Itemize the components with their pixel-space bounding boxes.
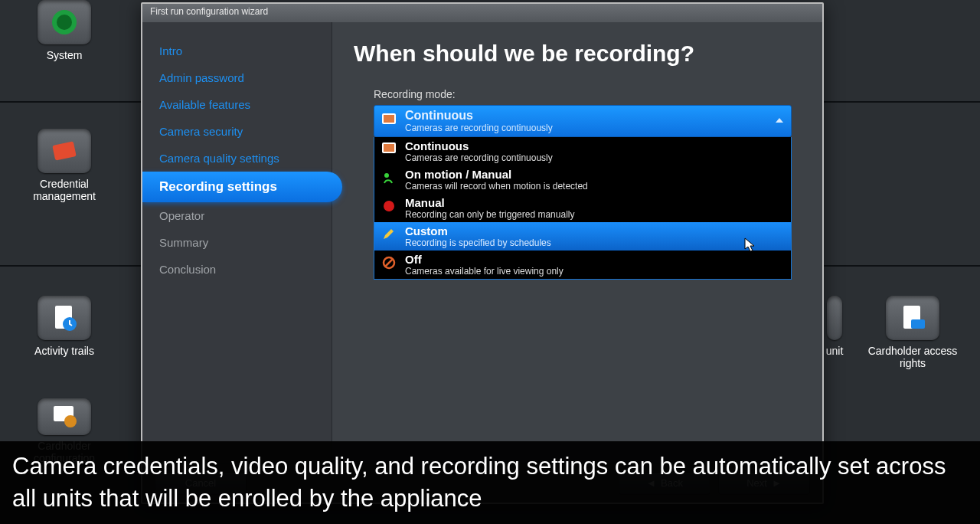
document-clock-icon xyxy=(49,303,80,333)
sidebar-item-label: Camera security xyxy=(159,125,243,138)
dropdown-option-manual[interactable]: Manual Recording can only be triggered m… xyxy=(374,194,791,222)
sidebar-item-admin-password[interactable]: Admin password xyxy=(142,64,332,91)
sidebar-item-label: Operator xyxy=(159,209,204,222)
svg-rect-8 xyxy=(911,319,925,329)
caption-overlay: Camera credentials, video quality, and r… xyxy=(0,441,980,524)
window-title: First run configuration wizard xyxy=(142,4,822,22)
record-icon xyxy=(382,199,396,213)
svg-rect-2 xyxy=(52,141,77,160)
option-desc: Cameras will record when motion is detec… xyxy=(405,181,785,192)
sidebar-item-available-features[interactable]: Available features xyxy=(142,91,332,118)
globe-icon xyxy=(49,7,80,38)
option-title: On motion / Manual xyxy=(405,168,785,181)
wizard-main: When should we be recording? Recording m… xyxy=(332,22,822,463)
dropdown-option-custom[interactable]: Custom Recording is specified by schedul… xyxy=(374,222,791,251)
option-desc: Cameras are recording continuously xyxy=(405,152,785,163)
dropdown-selected-title: Continuous xyxy=(405,109,769,123)
option-desc: Cameras available for live viewing only xyxy=(405,266,785,277)
motion-icon xyxy=(382,171,396,185)
svg-rect-12 xyxy=(384,144,394,152)
sidebar-item-label: Available features xyxy=(159,98,250,111)
film-icon xyxy=(382,142,396,156)
desktop-icon-label: System xyxy=(47,49,83,61)
sidebar-item-label: Conclusion xyxy=(159,263,216,276)
option-title: Manual xyxy=(405,196,785,209)
desktop-icon-label: Credential management xyxy=(18,178,110,202)
pencil-icon xyxy=(382,228,396,241)
wizard-sidebar: Intro Admin password Available features … xyxy=(142,22,332,463)
svg-point-6 xyxy=(64,415,77,427)
option-title: Continuous xyxy=(405,139,785,152)
desktop-icon-label: Activity trails xyxy=(34,345,94,357)
film-icon xyxy=(382,113,396,126)
desktop-icon-activity-trails[interactable]: Activity trails xyxy=(18,296,110,357)
no-icon xyxy=(382,256,396,270)
dropdown-selected-desc: Cameras are recording continuously xyxy=(405,123,769,133)
option-title: Custom xyxy=(405,224,785,237)
id-gear-icon xyxy=(49,401,80,432)
sidebar-item-label: Admin password xyxy=(159,71,244,84)
desktop-icon-label: Cardholder access rights xyxy=(867,345,959,369)
desktop-icon-label: unit xyxy=(826,345,844,357)
sidebar-item-recording-settings[interactable]: Recording settings xyxy=(142,172,342,202)
sidebar-item-camera-security[interactable]: Camera security xyxy=(142,118,332,145)
svg-line-16 xyxy=(385,259,393,267)
wizard-window: First run configuration wizard Intro Adm… xyxy=(141,2,824,504)
svg-point-1 xyxy=(57,15,72,30)
svg-rect-10 xyxy=(384,115,394,123)
sidebar-item-camera-quality[interactable]: Camera quality settings xyxy=(142,145,332,172)
dropdown-list: Continuous Cameras are recording continu… xyxy=(374,137,792,280)
svg-point-14 xyxy=(384,201,394,211)
svg-point-13 xyxy=(384,173,389,178)
sidebar-item-operator[interactable]: Operator xyxy=(142,202,332,229)
sidebar-item-summary[interactable]: Summary xyxy=(142,229,332,256)
card-icon xyxy=(49,136,80,166)
sidebar-item-label: Recording settings xyxy=(159,179,277,194)
dropdown-option-continuous[interactable]: Continuous Cameras are recording continu… xyxy=(374,137,791,165)
sidebar-item-label: Intro xyxy=(159,44,182,57)
sidebar-item-label: Camera quality settings xyxy=(159,152,279,165)
option-desc: Recording is specified by schedules xyxy=(405,237,785,248)
sidebar-item-conclusion[interactable]: Conclusion xyxy=(142,256,332,283)
sidebar-item-intro[interactable]: Intro xyxy=(142,38,332,64)
desktop-icon-credential-management[interactable]: Credential management xyxy=(18,129,110,202)
document-card-icon xyxy=(897,303,928,333)
field-label-recording-mode: Recording mode: xyxy=(374,88,801,100)
option-desc: Recording can only be triggered manually xyxy=(405,209,785,220)
page-title: When should we be recording? xyxy=(354,41,801,67)
desktop-icon-cardholder-access-rights[interactable]: Cardholder access rights xyxy=(867,296,959,369)
chevron-up-icon xyxy=(776,118,783,123)
recording-mode-dropdown[interactable]: Continuous Cameras are recording continu… xyxy=(374,105,792,280)
dropdown-option-off[interactable]: Off Cameras available for live viewing o… xyxy=(374,251,791,279)
dropdown-option-motion[interactable]: On motion / Manual Cameras will record w… xyxy=(374,165,791,194)
sidebar-item-label: Summary xyxy=(159,236,208,249)
dropdown-selected[interactable]: Continuous Cameras are recording continu… xyxy=(374,105,792,137)
desktop-icon-system[interactable]: System xyxy=(18,0,110,61)
option-title: Off xyxy=(405,253,785,266)
